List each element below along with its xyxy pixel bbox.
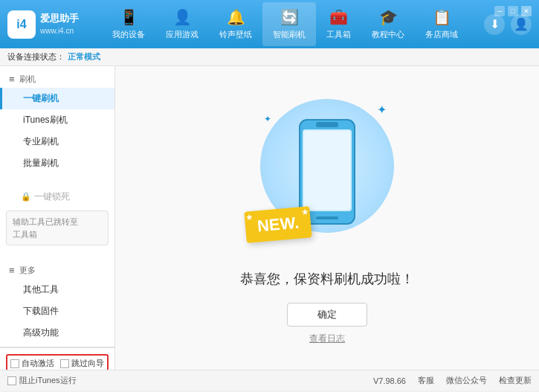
sidebar-unlock-section: 🔒 一键锁死 辅助工具已跳转至 工具箱 (0, 183, 114, 251)
header: i4 爱思助手 www.i4.cn 📱 我的设备 👤 应用游戏 🔔 铃声壁纸 🔄… (0, 0, 539, 48)
download-button[interactable]: ⬇ (484, 14, 505, 35)
nav-ringtone[interactable]: 🔔 铃声壁纸 (209, 2, 262, 46)
svg-rect-4 (316, 122, 338, 127)
content-area: ✦ ✦ NEW. 恭喜您，保资料刷机成功啦！ 确定 (115, 66, 539, 370)
sidebar-item-batch-flash[interactable]: 批量刷机 (0, 152, 114, 174)
sidebar-item-download-firmware[interactable]: 下载固件 (0, 301, 114, 322)
tutorial-icon: 🎓 (379, 8, 398, 26)
version-label: V7.98.66 (373, 376, 406, 385)
breadcrumb-status: 正常模式 (68, 51, 100, 62)
sidebar-item-advanced[interactable]: 高级功能 (0, 322, 114, 344)
nav-service[interactable]: 📋 务店商域 (415, 2, 468, 46)
sparkle-icon-2: ✦ (264, 114, 271, 124)
status-right: V7.98.66 客服 微信公众号 检查更新 (373, 375, 532, 386)
sidebar-item-pro-flash[interactable]: 专业刷机 (0, 131, 114, 152)
app-games-icon: 👤 (173, 8, 192, 26)
main-layout: ≡ 刷机 一键刷机 iTunes刷机 专业刷机 批量刷机 🔒 一键锁死 (0, 66, 539, 370)
nav-bar: 📱 我的设备 👤 应用游戏 🔔 铃声壁纸 🔄 智能刷机 🧰 工具箱 🎓 教程中心… (94, 2, 477, 46)
check-update-link[interactable]: 检查更新 (499, 375, 532, 386)
sidebar-item-other-tools[interactable]: 其他工具 (0, 279, 114, 301)
more-group-icon: ≡ (9, 265, 15, 276)
sidebar-item-one-key-flash[interactable]: 一键刷机 (0, 88, 114, 109)
smart-flash-icon: 🔄 (280, 8, 299, 26)
guide-activate-check[interactable] (60, 359, 69, 368)
wechat-link[interactable]: 微信公众号 (446, 375, 487, 386)
sparkle-icon-1: ✦ (377, 103, 387, 117)
new-badge: NEW. (244, 206, 312, 243)
account-button[interactable]: 👤 (511, 14, 532, 35)
nav-smart-flash[interactable]: 🔄 智能刷机 (262, 2, 316, 46)
sidebar-bottom: 自动激活 跳过向导 📱 iPhone 15 Pro Max 512GB iPho… (0, 347, 114, 370)
sidebar-flash-section: ≡ 刷机 一键刷机 iTunes刷机 专业刷机 批量刷机 (0, 66, 114, 177)
header-right: ⬇ 👤 (484, 14, 532, 35)
nav-toolbox[interactable]: 🧰 工具箱 (316, 2, 361, 46)
sidebar-item-itunes-flash[interactable]: iTunes刷机 (0, 109, 114, 131)
svg-rect-3 (316, 216, 338, 219)
logo: i4 爱思助手 www.i4.cn (7, 10, 79, 39)
breadcrumb-bar: 设备连接状态： 正常模式 (0, 48, 539, 66)
breadcrumb-prefix: 设备连接状态： (7, 51, 65, 62)
nav-my-device[interactable]: 📱 我的设备 (102, 2, 155, 46)
lock-icon: 🔒 (21, 192, 31, 202)
success-message: 恭喜您，保资料刷机成功啦！ (240, 270, 414, 288)
ringtone-icon: 🔔 (227, 8, 245, 26)
auto-activate-check[interactable] (10, 359, 19, 368)
window-controls: ─ □ ✕ (494, 6, 532, 16)
nav-tutorial[interactable]: 🎓 教程中心 (361, 2, 415, 46)
status-left: 阻止iTunes运行 (7, 375, 358, 386)
sidebar-flash-group: ≡ 刷机 (0, 69, 114, 88)
log-link[interactable]: 查看日志 (309, 332, 345, 345)
logo-text: 爱思助手 www.i4.cn (40, 12, 79, 36)
service-icon: 📋 (433, 8, 451, 26)
sidebar-unlock-group: 🔒 一键锁死 (0, 186, 114, 208)
auto-activate-checkbox[interactable]: 自动激活 (10, 358, 54, 369)
my-device-icon: 📱 (120, 8, 138, 26)
sidebar-notice: 辅助工具已跳转至 工具箱 (6, 211, 109, 245)
guide-activate-checkbox[interactable]: 跳过向导 (60, 358, 104, 369)
svg-rect-2 (304, 131, 350, 210)
sidebar: ≡ 刷机 一键刷机 iTunes刷机 专业刷机 批量刷机 🔒 一键锁死 (0, 66, 115, 370)
status-bar: 阻止iTunes运行 V7.98.66 客服 微信公众号 检查更新 (0, 370, 539, 391)
sidebar-more-section: ≡ 更多 其他工具 下载固件 高级功能 (0, 257, 114, 347)
phone-illustration: ✦ ✦ NEW. (253, 91, 401, 255)
toolbox-icon: 🧰 (329, 8, 348, 26)
stop-itunes-checkbox[interactable] (7, 376, 16, 385)
close-button[interactable]: ✕ (521, 6, 532, 16)
sidebar-more-group: ≡ 更多 (0, 260, 114, 279)
customer-service-link[interactable]: 客服 (418, 375, 434, 386)
nav-app-games[interactable]: 👤 应用游戏 (155, 2, 209, 46)
auto-check-row: 自动激活 跳过向导 (6, 354, 109, 370)
logo-icon: i4 (7, 10, 36, 39)
confirm-button[interactable]: 确定 (287, 303, 367, 327)
maximize-button[interactable]: □ (508, 6, 518, 16)
minimize-button[interactable]: ─ (494, 6, 505, 16)
stop-itunes-label[interactable]: 阻止iTunes运行 (7, 375, 77, 386)
flash-group-icon: ≡ (9, 74, 15, 85)
